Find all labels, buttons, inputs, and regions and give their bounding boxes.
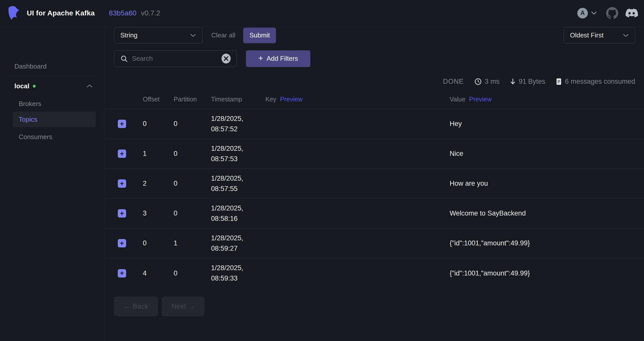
expand-message-button[interactable]: + xyxy=(118,239,126,247)
app-title: UI for Apache Kafka xyxy=(27,9,95,17)
table-row: + 0 0 1/28/2025,08:57:52 Hey xyxy=(105,109,644,139)
value-cell: Hey xyxy=(450,120,644,128)
submit-button[interactable]: Submit xyxy=(243,28,276,43)
search-input[interactable] xyxy=(132,55,221,62)
serde-select[interactable]: String xyxy=(114,27,202,44)
partition-cell: 0 xyxy=(174,209,211,217)
table-row: + 2 0 1/28/2025,08:57:55 How are you xyxy=(105,169,644,199)
back-button[interactable]: ← Back xyxy=(114,296,158,316)
sidebar-item-brokers[interactable]: Brokers xyxy=(19,99,41,109)
sidebar-item-dashboard[interactable]: Dashboard xyxy=(14,61,47,71)
sidebar-item-topics[interactable]: Topics xyxy=(13,112,96,127)
commit-hash-link[interactable]: 83b5a60 xyxy=(109,9,136,17)
col-header-partition: Partition xyxy=(174,96,211,103)
value-cell: How are you xyxy=(450,180,644,187)
timestamp-cell: 1/28/2025,08:59:33 xyxy=(211,263,265,284)
avatar[interactable]: A xyxy=(577,8,588,18)
partition-cell: 0 xyxy=(174,120,211,128)
col-header-timestamp: Timestamp xyxy=(211,96,265,103)
expand-message-button[interactable]: + xyxy=(118,269,126,278)
clock-icon xyxy=(474,78,482,85)
messages-table: Offset Partition Timestamp Key Preview V… xyxy=(105,90,644,288)
value-cell: Welcome to SayBackend xyxy=(450,209,644,217)
table-row: + 1 0 1/28/2025,08:57:53 Nice xyxy=(105,139,644,169)
pagination: ← Back Next → xyxy=(114,296,204,316)
partition-cell: 1 xyxy=(174,239,211,247)
order-select[interactable]: Oldest First xyxy=(564,27,635,44)
discord-icon[interactable] xyxy=(625,8,638,18)
expand-message-button[interactable]: + xyxy=(118,209,126,218)
chevron-down-icon xyxy=(623,34,629,37)
main-content: String Clear all Submit Oldest First xyxy=(105,26,644,341)
document-icon xyxy=(556,78,562,85)
partition-cell: 0 xyxy=(174,180,211,187)
offset-cell: 2 xyxy=(143,180,174,187)
bytes-consumed: 91 Bytes xyxy=(510,78,545,86)
table-row: + 4 0 1/28/2025,08:59:33 {"id":1001,"amo… xyxy=(105,258,644,288)
next-button[interactable]: Next → xyxy=(162,296,204,316)
search-icon xyxy=(120,55,128,62)
controls-row-1: String Clear all Submit Oldest First xyxy=(114,27,635,44)
plus-icon: + xyxy=(258,54,263,62)
chevron-down-icon xyxy=(190,34,196,37)
github-icon[interactable] xyxy=(606,7,618,19)
expand-message-button[interactable]: + xyxy=(118,120,126,128)
sidebar-item-consumers[interactable]: Consumers xyxy=(19,132,52,142)
value-preview-link[interactable]: Preview xyxy=(469,96,492,103)
partition-cell: 0 xyxy=(174,150,211,158)
chevron-up-icon xyxy=(86,84,93,88)
table-row: + 3 0 1/28/2025,08:58:16 Welcome to SayB… xyxy=(105,199,644,228)
clear-search-icon[interactable] xyxy=(221,53,231,64)
timestamp-cell: 1/28/2025,08:58:16 xyxy=(211,203,265,224)
messages-consumed: 6 messages consumed xyxy=(556,78,635,86)
kafka-ui-app: UI for Apache Kafka 83b5a60 v0.7.2 A Das… xyxy=(0,0,644,341)
sidebar-cluster-local[interactable]: local xyxy=(14,81,93,91)
order-selected-value: Oldest First xyxy=(570,31,604,39)
timestamp-cell: 1/28/2025,08:57:55 xyxy=(211,173,265,194)
col-header-key: Key xyxy=(265,96,276,103)
expand-message-button[interactable]: + xyxy=(118,179,126,188)
col-header-value: Value xyxy=(450,96,465,103)
offset-cell: 0 xyxy=(143,120,174,128)
topbar-actions: A xyxy=(577,7,638,19)
table-row: + 0 1 1/28/2025,08:59:27 {"id":1001,"amo… xyxy=(105,228,644,258)
cluster-online-dot xyxy=(33,85,36,88)
consuming-status-row: DONE 3 ms 91 Bytes 6 xyxy=(443,76,635,87)
clear-all-link[interactable]: Clear all xyxy=(211,31,235,39)
offset-cell: 3 xyxy=(143,209,174,217)
chevron-down-icon xyxy=(591,11,597,15)
offset-cell: 1 xyxy=(143,150,174,158)
search-box xyxy=(114,50,237,67)
arrow-down-icon xyxy=(510,78,516,85)
value-cell: {"id":1001,"amount":49.99} xyxy=(450,239,644,247)
serde-selected-value: String xyxy=(120,31,137,39)
version-info: 83b5a60 v0.7.2 xyxy=(109,9,160,17)
table-header-row: Offset Partition Timestamp Key Preview V… xyxy=(105,90,644,109)
col-header-offset: Offset xyxy=(143,96,174,103)
add-filters-button[interactable]: + Add Filters xyxy=(246,50,310,67)
timestamp-cell: 1/28/2025,08:57:52 xyxy=(211,114,265,134)
status-phase: DONE xyxy=(443,78,464,86)
partition-cell: 0 xyxy=(174,269,211,277)
key-preview-link[interactable]: Preview xyxy=(280,96,303,103)
value-cell: Nice xyxy=(450,150,644,158)
timestamp-cell: 1/28/2025,08:57:53 xyxy=(211,143,265,164)
controls-row-2: + Add Filters xyxy=(114,50,635,67)
expand-message-button[interactable]: + xyxy=(118,150,126,158)
timestamp-cell: 1/28/2025,08:59:27 xyxy=(211,233,265,254)
sidebar: Dashboard local Brokers Topics Consumers xyxy=(0,26,105,341)
value-cell: {"id":1001,"amount":49.99} xyxy=(450,269,644,277)
topics-label: Topics xyxy=(19,116,37,123)
version-number: v0.7.2 xyxy=(141,9,160,17)
top-bar: UI for Apache Kafka 83b5a60 v0.7.2 A xyxy=(0,0,644,26)
kafka-ui-logo-icon xyxy=(7,6,21,21)
offset-cell: 0 xyxy=(143,239,174,247)
sidebar-divider xyxy=(8,76,96,76)
user-menu[interactable]: A xyxy=(577,8,597,18)
offset-cell: 4 xyxy=(143,269,174,277)
elapsed-time: 3 ms xyxy=(474,78,500,86)
cluster-name: local xyxy=(14,82,29,90)
